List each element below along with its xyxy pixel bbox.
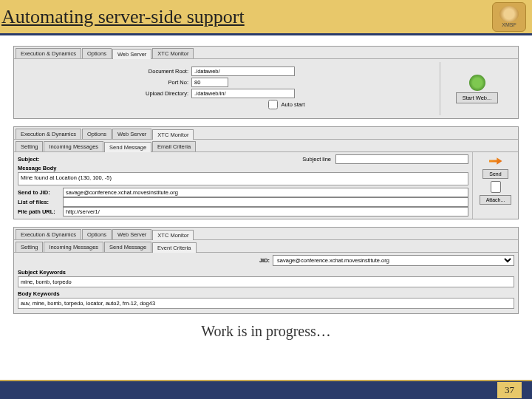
- start-web-button[interactable]: Start Web...: [456, 92, 498, 103]
- send-button[interactable]: Send: [482, 169, 508, 179]
- subtab2-incoming[interactable]: Incoming Messages: [44, 141, 103, 151]
- globe-start-icon: [469, 75, 485, 91]
- panel2-tabrow-sub: Setting Incoming Messages Send Message E…: [14, 140, 518, 152]
- logo-face-icon: [499, 6, 519, 22]
- panels-container: Execution & Dynamics Options Web Server …: [0, 35, 532, 314]
- body-keywords-label: Body Keywords: [18, 290, 514, 298]
- panel-send-message: Execution & Dynamics Options Web Server …: [13, 126, 519, 219]
- filepath-input[interactable]: [63, 207, 468, 216]
- panel3-tabrow-top: Execution & Dynamics Options Web Server …: [14, 228, 518, 240]
- subject-label: Subject:: [18, 155, 40, 163]
- sendto-input[interactable]: [63, 188, 468, 197]
- port-label: Port No:: [137, 79, 188, 86]
- tab3-options[interactable]: Options: [82, 229, 112, 239]
- attach-icon: [491, 181, 501, 193]
- panel-web-server: Execution & Dynamics Options Web Server …: [13, 46, 519, 119]
- tab-web-server[interactable]: Web Server: [112, 49, 151, 59]
- subject-keywords-input[interactable]: mine, bomb, torpedo: [18, 276, 514, 287]
- caption-text: Work is in progress…: [0, 323, 532, 340]
- filepath-label: File path URL:: [18, 208, 58, 216]
- auto-start-label: Auto start: [281, 101, 304, 108]
- subtab3-event[interactable]: Event Criteria: [152, 242, 196, 253]
- files-input[interactable]: [63, 197, 468, 207]
- body-label: Message Body: [18, 164, 468, 172]
- panel2-tabrow-top: Execution & Dynamics Options Web Server …: [14, 127, 518, 140]
- subtab3-incoming[interactable]: Incoming Messages: [44, 242, 103, 252]
- panel2-main: Subject: Subject line Message Body Mine …: [14, 152, 472, 219]
- port-input[interactable]: [191, 78, 228, 87]
- panel-event-criteria: Execution & Dynamics Options Web Server …: [13, 227, 519, 314]
- tab2-web[interactable]: Web Server: [112, 129, 151, 139]
- panel3-tabrow-sub: Setting Incoming Messages Send Message E…: [14, 240, 518, 253]
- tab2-xtc[interactable]: XTC Monitor: [152, 129, 194, 140]
- sendto-label: Send to JID:: [18, 188, 58, 197]
- tab3-xtc[interactable]: XTC Monitor: [152, 230, 194, 240]
- logo-text: XMSF: [502, 22, 516, 27]
- jid-label: JID:: [259, 257, 270, 264]
- auto-start-checkbox[interactable]: [268, 100, 278, 109]
- subject-inline-label: Subject line: [302, 156, 331, 163]
- subtab3-setting[interactable]: Setting: [16, 242, 43, 252]
- subtab2-send[interactable]: Send Message: [104, 142, 151, 152]
- send-icon: [489, 155, 502, 167]
- tab3-exec[interactable]: Execution & Dynamics: [16, 229, 81, 239]
- tab2-exec[interactable]: Execution & Dynamics: [16, 129, 81, 139]
- page-number: 37: [497, 382, 522, 398]
- body-keywords-input[interactable]: auv, mine, bomb, torpedo, locator, auto2…: [18, 298, 514, 309]
- doc-root-label: Document Root:: [137, 68, 188, 75]
- footer-bar: 37: [0, 380, 532, 399]
- slide-header: Automating server-side support XMSF: [0, 0, 532, 35]
- upload-label: Upload Directory:: [137, 90, 188, 97]
- tab3-web[interactable]: Web Server: [112, 229, 151, 239]
- subtab2-email[interactable]: Email Criteria: [152, 141, 196, 151]
- subtab3-send[interactable]: Send Message: [104, 242, 151, 252]
- panel1-body: Document Root: Port No: Upload Directory…: [14, 59, 518, 118]
- subject-keywords-label: Subject Keywords: [18, 268, 514, 276]
- panel2-body: Subject: Subject line Message Body Mine …: [14, 152, 518, 219]
- upload-input[interactable]: [191, 89, 295, 98]
- doc-root-input[interactable]: [191, 66, 295, 76]
- panel3-body: JID: savage@conference.xchat.movesinstit…: [14, 253, 518, 313]
- files-label: List of files:: [18, 198, 58, 206]
- subject-input[interactable]: [335, 154, 468, 164]
- tab2-options[interactable]: Options: [82, 129, 112, 139]
- jid-select[interactable]: savage@conference.xchat.movesinstitute.o…: [273, 255, 514, 266]
- tab-options[interactable]: Options: [82, 48, 112, 58]
- panel1-form: Document Root: Port No: Upload Directory…: [18, 62, 440, 115]
- panel1-actions: Start Web...: [440, 62, 514, 115]
- subtab2-setting[interactable]: Setting: [16, 141, 43, 151]
- xmsf-logo: XMSF: [492, 2, 526, 32]
- slide-title: Automating server-side support: [1, 6, 245, 28]
- panel2-side: Send Attach...: [472, 152, 518, 219]
- panel1-tabrow: Execution & Dynamics Options Web Server …: [14, 47, 518, 59]
- tab-xtc-monitor[interactable]: XTC Monitor: [152, 48, 194, 58]
- message-body-textarea[interactable]: Mine found at Location (130, 100, -5): [18, 172, 468, 185]
- attach-button[interactable]: Attach...: [480, 195, 512, 205]
- tab-exec-dynamics[interactable]: Execution & Dynamics: [16, 48, 81, 58]
